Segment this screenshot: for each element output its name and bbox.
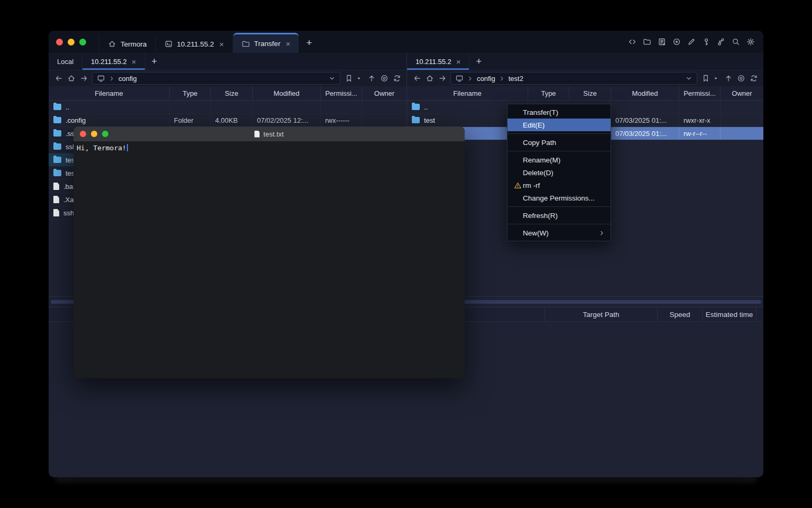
home-icon[interactable] [67, 74, 76, 83]
editor-zoom-button[interactable] [102, 131, 108, 137]
title-tab-10-211-55-2[interactable]: 10.211.55.2× [156, 35, 233, 53]
search-icon[interactable] [731, 38, 740, 47]
menu-item-delete-d-[interactable]: Delete(D) [508, 166, 611, 179]
edit-icon[interactable] [687, 38, 696, 47]
traffic-lights [56, 39, 86, 46]
keychain-icon[interactable] [716, 38, 725, 47]
column-header-filename[interactable]: Filename [407, 86, 528, 100]
menu-item-rm-rf[interactable]: rm -rf [508, 179, 611, 192]
filename-text: .. [66, 103, 69, 111]
bookmark-caret-icon[interactable] [711, 74, 720, 83]
modified-cell: 07/02/2025 12:... [253, 114, 321, 126]
path-segment[interactable]: config [477, 75, 495, 83]
refresh-icon[interactable] [749, 74, 758, 83]
menu-item-refresh-r-[interactable]: Refresh(R) [508, 209, 611, 222]
right-panel-toolbar: configtest2 [407, 70, 763, 86]
path-segment[interactable]: test2 [509, 75, 523, 83]
close-tab-icon[interactable]: × [132, 58, 136, 66]
key-icon[interactable] [702, 38, 710, 47]
column-header-filename[interactable]: Filename [49, 86, 170, 100]
panel-tab-local[interactable]: Local [49, 53, 82, 70]
column-header-size[interactable]: Size [569, 86, 611, 100]
folder-icon [53, 143, 61, 150]
column-header-modified[interactable]: Modified [253, 86, 321, 100]
new-panel-tab-button[interactable]: + [469, 53, 488, 70]
column-header-modified[interactable]: Modified [611, 86, 679, 100]
back-icon[interactable] [412, 74, 421, 83]
file-row[interactable]: .. [49, 101, 407, 114]
titlebar-actions [628, 38, 755, 47]
bookmark-icon[interactable] [344, 74, 353, 83]
title-tab-label: 10.211.55.2 [177, 40, 214, 48]
editor-titlebar[interactable]: test.txt [73, 126, 465, 141]
left-path-field[interactable]: config [92, 72, 340, 85]
home-icon[interactable] [425, 74, 434, 83]
column-header-owner[interactable]: Owner [721, 86, 763, 100]
chevron-down-icon[interactable] [327, 74, 336, 83]
transfer-col-estimated-time[interactable]: Estimated time [703, 307, 756, 321]
close-window-button[interactable] [56, 39, 63, 46]
code-icon[interactable] [628, 38, 636, 47]
menu-item-transfer-t-[interactable]: Transfer(T) [508, 106, 611, 119]
transfer-col-target-path[interactable]: Target Path [545, 307, 658, 321]
column-header-owner[interactable]: Owner [362, 86, 407, 100]
menu-item-label: Rename(M) [523, 156, 560, 164]
close-tab-icon[interactable]: × [285, 40, 290, 48]
modified-cell: 07/03/2025 01:... [611, 114, 679, 126]
refresh-icon[interactable] [392, 74, 401, 83]
editor-content[interactable]: Hi, Termora! [73, 141, 465, 155]
folder-icon[interactable] [642, 38, 651, 47]
menu-item-change-permissions-[interactable]: Change Permissions... [508, 192, 611, 204]
zoom-window-button[interactable] [79, 39, 86, 46]
panel-tab-10-211-55-2[interactable]: 10.211.55.2× [407, 53, 469, 70]
menu-item-rename-m-[interactable]: Rename(M) [508, 153, 611, 166]
new-panel-tab-button[interactable]: + [145, 53, 164, 70]
bookmark-icon[interactable] [701, 74, 710, 83]
file-row[interactable]: .configFolder4.00KB07/02/2025 12:...rwx-… [49, 114, 407, 127]
path-chevron-icon [107, 74, 116, 83]
left-table-header: FilenameTypeSizeModifiedPermissi...Owner [49, 86, 407, 101]
forward-icon[interactable] [79, 74, 88, 83]
folder-icon [53, 170, 61, 176]
minimize-window-button[interactable] [68, 39, 75, 46]
modified-cell [253, 101, 321, 113]
bookmark-caret-icon[interactable] [354, 74, 363, 83]
log-icon[interactable] [657, 38, 666, 47]
column-header-type[interactable]: Type [528, 86, 569, 100]
close-tab-icon[interactable]: × [456, 58, 461, 66]
menu-item-new-w-[interactable]: New(W) [508, 226, 611, 239]
screen: Termora10.211.55.2×Transfer× + Local10.2… [0, 0, 812, 508]
editor-title: test.txt [73, 126, 465, 141]
modified-cell [611, 101, 679, 113]
macro-icon[interactable] [672, 38, 681, 47]
new-tab-button[interactable]: + [306, 37, 312, 49]
upload-icon[interactable] [367, 74, 376, 83]
column-header-permissi-[interactable]: Permissi... [321, 86, 362, 100]
title-tab-transfer[interactable]: Transfer× [233, 33, 299, 53]
back-icon[interactable] [54, 74, 63, 83]
menu-item-edit-e-[interactable]: Edit(E) [508, 119, 611, 131]
show-hidden-files-icon[interactable] [736, 74, 745, 83]
panel-tab-10-211-55-2[interactable]: 10.211.55.2× [82, 53, 145, 70]
show-hidden-files-icon[interactable] [380, 74, 389, 83]
menu-item-label: Copy Path [523, 139, 556, 147]
title-tab-termora[interactable]: Termora [99, 35, 156, 53]
upload-icon[interactable] [724, 74, 733, 83]
forward-icon[interactable] [438, 74, 447, 83]
column-header-size[interactable]: Size [211, 86, 253, 100]
transfer-col-speed[interactable]: Speed [658, 307, 703, 321]
editor-close-button[interactable] [80, 131, 86, 137]
path-segment[interactable]: config [118, 75, 137, 83]
right-path-field[interactable]: configtest2 [450, 72, 697, 85]
title-tab-label: Transfer [254, 40, 281, 48]
settings-icon[interactable] [746, 38, 755, 47]
menu-item-copy-path[interactable]: Copy Path [508, 136, 611, 149]
menu-separator [508, 151, 611, 151]
editor-minimize-button[interactable] [91, 131, 97, 137]
bookmark-group [701, 74, 720, 83]
column-header-permissi-[interactable]: Permissi... [679, 86, 721, 100]
terminal-icon [164, 40, 173, 48]
close-tab-icon[interactable]: × [219, 40, 224, 48]
chevron-down-icon[interactable] [684, 74, 693, 83]
column-header-type[interactable]: Type [170, 86, 211, 100]
